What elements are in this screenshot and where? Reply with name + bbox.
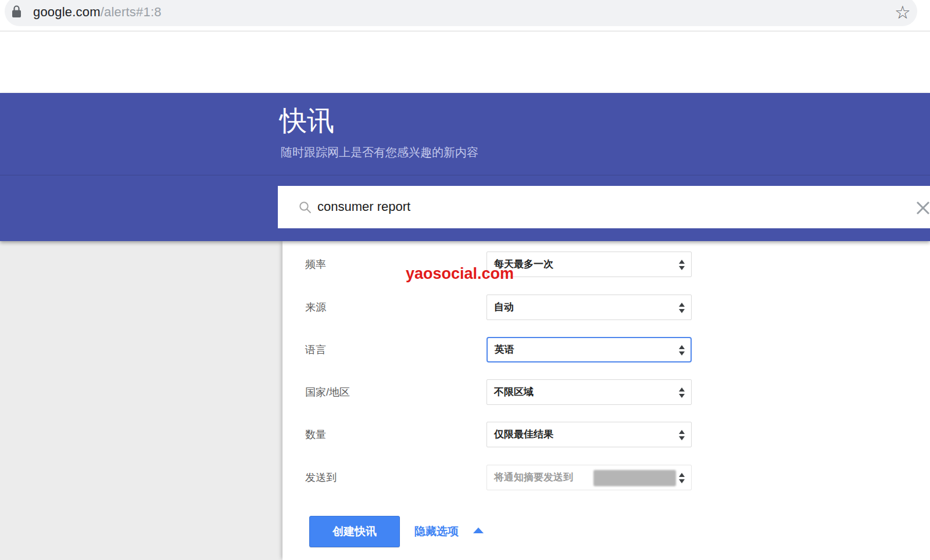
create-alert-button[interactable]: 创建快讯 (309, 516, 400, 547)
browser-chrome: google.com/alerts#1:8 ☆ (0, 0, 930, 31)
howmany-row: 数量 仅限最佳结果 (282, 422, 930, 447)
language-row: 语言 英语 (282, 337, 930, 362)
deliver-to-label: 发送到 (305, 465, 337, 490)
language-select[interactable]: 英语 (487, 337, 692, 362)
dropdown-arrows-icon (678, 429, 685, 443)
search-input[interactable]: consumer report (317, 186, 410, 227)
lock-icon[interactable] (12, 5, 22, 19)
sources-select[interactable]: 自动 (487, 295, 692, 320)
howmany-label: 数量 (305, 422, 326, 447)
dropdown-arrows-icon (678, 259, 685, 273)
search-box[interactable]: consumer report (278, 186, 930, 228)
dropdown-arrows-icon (678, 387, 685, 401)
region-row: 国家/地区 不限区域 (282, 379, 930, 405)
watermark: yaosocial.com (406, 265, 514, 283)
actions-row: 创建快讯 隐藏选项 (282, 516, 930, 551)
dropdown-arrows-icon (678, 472, 685, 486)
deliver-to-row: 发送到 将通知摘要发送到 (282, 465, 930, 490)
dropdown-arrows-icon (678, 344, 685, 358)
screen: google.com/alerts#1:8 ☆ 快讯 随时跟踪网上是否有您感兴趣… (0, 0, 930, 560)
url-text[interactable]: google.com/alerts#1:8 (33, 5, 162, 20)
hide-options-link[interactable]: 隐藏选项 (414, 524, 459, 539)
deliver-to-value: 将通知摘要发送到 (494, 465, 573, 490)
dropdown-arrows-icon (678, 302, 685, 316)
alerts-header: 快讯 随时跟踪网上是否有您感兴趣的新内容 consumer report (0, 93, 930, 241)
howmany-select[interactable]: 仅限最佳结果 (487, 422, 692, 447)
region-select[interactable]: 不限区域 (487, 379, 692, 405)
options-panel: 频率 每天最多一次 来源 自动 (282, 241, 930, 560)
page-subtitle: 随时跟踪网上是否有您感兴趣的新内容 (281, 145, 478, 160)
clear-search-icon[interactable] (915, 200, 930, 218)
sources-value: 自动 (494, 295, 514, 320)
language-label: 语言 (305, 337, 326, 362)
deliver-to-select[interactable]: 将通知摘要发送到 (487, 465, 692, 490)
region-value: 不限区域 (494, 380, 534, 404)
bookmark-star-icon[interactable]: ☆ (895, 1, 911, 25)
sources-label: 来源 (305, 295, 326, 320)
frequency-label: 频率 (305, 252, 326, 277)
frequency-row: 频率 每天最多一次 (282, 252, 930, 277)
sources-row: 来源 自动 (282, 295, 930, 320)
collapse-arrow-icon[interactable] (473, 527, 484, 533)
left-panel (0, 241, 282, 560)
frequency-select[interactable]: 每天最多一次 (487, 252, 692, 277)
region-label: 国家/地区 (305, 379, 350, 405)
howmany-value: 仅限最佳结果 (494, 422, 553, 447)
page-title: 快讯 (280, 106, 334, 136)
language-value: 英语 (495, 338, 514, 361)
search-icon (299, 201, 312, 216)
redacted-email (593, 470, 676, 486)
url-path: /alerts#1:8 (101, 5, 162, 19)
header-divider (0, 175, 930, 175)
url-domain: google.com (33, 5, 101, 19)
